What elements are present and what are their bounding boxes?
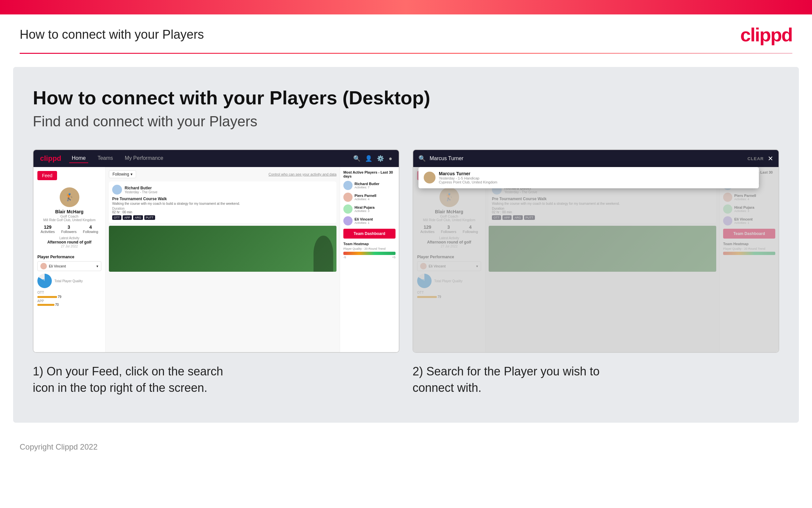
chevron-icon: ▾ [131, 172, 133, 176]
activity-card-title-1: Pre Tournament Course Walk [112, 197, 333, 201]
golfer-silhouette-1 [314, 236, 333, 272]
app-middle-1: Following ▾ Control who can see your act… [106, 167, 340, 352]
close-icon[interactable]: ✕ [768, 155, 773, 162]
quality-circle-1: 84 [37, 274, 52, 288]
player-item-avatar-2 [343, 193, 352, 202]
search-result-sub2: Cypress Point Club, United Kingdom [439, 180, 497, 184]
clear-button[interactable]: CLEAR [748, 156, 764, 161]
profile-role-1: Golf Coach [37, 214, 101, 218]
player-item-name-3: Hiral Pujara [354, 205, 375, 209]
player-select-1[interactable]: Eli Vincent ▾ [37, 261, 101, 271]
player-list-1: Richard Butler Activities: 7 Piers Parne… [343, 181, 395, 225]
player-item-acts-3: Activities: 3 [354, 209, 375, 213]
player-item-name-1: Richard Butler [354, 182, 379, 186]
avatar-icon[interactable]: ● [389, 155, 392, 162]
ott-bar-1: OTT 79 APP 70 [37, 291, 101, 306]
latest-activity-1: Latest Activity [37, 236, 101, 240]
following-button[interactable]: Following ▾ [109, 170, 136, 178]
player-item-avatar-1 [343, 181, 352, 190]
chevron-down-icon: ▾ [96, 264, 98, 268]
search-result-avatar-1 [424, 172, 435, 183]
user-icon[interactable]: 👤 [365, 155, 372, 162]
nav-teams[interactable]: Teams [95, 154, 115, 163]
footer: Copyright Clippd 2022 [0, 436, 812, 458]
panel-1: clippd Home Teams My Performance 🔍 👤 ⚙️ … [33, 149, 399, 396]
nav-home[interactable]: Home [69, 154, 89, 163]
app-body-1: Feed 🏌 Blair McHarg Golf Coach Mill Ride… [34, 167, 399, 352]
player-avatar-sm-1 [40, 263, 47, 269]
tag-ott: OTT [112, 215, 121, 220]
search-input[interactable]: Marcus Turner [430, 156, 744, 162]
team-heatmap-title-1: Team Heatmap [343, 242, 395, 246]
player-item-acts-1: Activities: 7 [354, 186, 379, 189]
app-nav-items-1: Home Teams My Performance [69, 154, 166, 163]
app-right-1: Most Active Players - Last 30 days Richa… [340, 167, 399, 352]
activity-card-desc-1: Walking the course with my coach to buil… [112, 202, 333, 205]
nav-my-performance[interactable]: My Performance [122, 154, 166, 163]
search-bar-overlay: 🔍 Marcus Turner CLEAR ✕ [413, 150, 778, 167]
activity-card-name-1: Richard Butler [125, 186, 157, 190]
tag-putt: PUTT [144, 215, 155, 220]
player-perf-header-1: Player Performance [37, 255, 101, 259]
player-item-acts-2: Activities: 4 [354, 198, 377, 201]
player-item-acts-4: Activities: 1 [354, 221, 373, 224]
tag-arg: ARG [133, 215, 143, 220]
tag-row-1: OTT APP ARG PUTT [112, 215, 333, 220]
search-icon[interactable]: 🔍 [353, 155, 361, 162]
page-title: How to connect with your Players [20, 28, 204, 42]
activity-card-sub-1: Yesterday - The Grove [125, 190, 157, 194]
main-heading: How to connect with your Players (Deskto… [33, 87, 779, 109]
profile-club-1: Mill Ride Golf Club, United Kingdom [37, 218, 101, 222]
search-icon-2[interactable]: 🔍 [419, 155, 426, 162]
main-content: How to connect with your Players (Deskto… [13, 67, 799, 423]
screenshot-1: clippd Home Teams My Performance 🔍 👤 ⚙️ … [33, 149, 399, 353]
activity-card-1: Richard Butler Yesterday - The Grove Pre… [109, 181, 336, 223]
copyright: Copyright Clippd 2022 [20, 442, 97, 451]
panels: clippd Home Teams My Performance 🔍 👤 ⚙️ … [33, 149, 779, 396]
stat-followers: 3 Followers [61, 224, 77, 234]
app-logo-1: clippd [40, 154, 61, 163]
profile-section-1: 🏌 Blair McHarg Golf Coach Mill Ride Golf… [37, 184, 101, 251]
activity-card-duration-1: Duration 02 hr : 00 min [112, 207, 333, 214]
activity-name-1: Afternoon round of golf [37, 240, 101, 245]
player-item-avatar-4 [343, 216, 352, 225]
player-item-4: Eli Vincent Activities: 1 [343, 216, 395, 225]
caption-2: 2) Search for the Player you wish to con… [413, 363, 779, 396]
header-divider [20, 53, 792, 54]
activity-date-1: 27 Jul 2022 [37, 245, 101, 248]
following-bar-1: Following ▾ Control who can see your act… [109, 170, 336, 178]
app-nav-right-1: 🔍 👤 ⚙️ ● [353, 155, 392, 162]
quality-label-1: Total Player Quality [54, 279, 83, 283]
app-image-1 [109, 226, 336, 272]
profile-name-1: Blair McHarg [37, 209, 101, 214]
player-item-name-4: Eli Vincent [354, 217, 373, 221]
stat-activities: 129 Activities [41, 224, 55, 234]
profile-stats-1: 129 Activities 3 Followers 4 [37, 224, 101, 234]
most-active-title-1: Most Active Players - Last 30 days [343, 170, 395, 178]
search-result-item-1[interactable]: Marcus Turner Yesterday - 1-5 Handicap C… [419, 167, 759, 188]
settings-icon[interactable]: ⚙️ [377, 155, 384, 162]
control-link-1[interactable]: Control who can see your activity and da… [269, 172, 336, 176]
player-item-avatar-3 [343, 205, 352, 214]
team-dashboard-btn-1[interactable]: Team Dashboard [343, 229, 395, 239]
search-results-dropdown: Marcus Turner Yesterday - 1-5 Handicap C… [419, 167, 759, 188]
app-nav-1: clippd Home Teams My Performance 🔍 👤 ⚙️ … [34, 150, 399, 167]
profile-avatar-1: 🏌 [60, 187, 79, 207]
caption-1: 1) On your Feed, click on the search ico… [33, 363, 399, 396]
app-mockup-2: clippd Home Teams My Performance Feed 🏌 [413, 150, 778, 352]
player-select-label: Eli Vincent [49, 264, 66, 268]
top-bar [0, 0, 812, 14]
header: How to connect with your Players clippd [0, 14, 812, 53]
activity-avatar-1 [112, 185, 122, 195]
stat-following: 4 Following [83, 224, 98, 234]
search-result-sub1: Yesterday - 1-5 Handicap [439, 176, 497, 180]
screenshot-2: clippd Home Teams My Performance Feed 🏌 [413, 149, 779, 353]
app-left-1: Feed 🏌 Blair McHarg Golf Coach Mill Ride… [34, 167, 106, 352]
logo: clippd [740, 24, 792, 46]
panel-2: clippd Home Teams My Performance Feed 🏌 [413, 149, 779, 396]
search-result-name-1: Marcus Turner [439, 171, 497, 176]
player-item-3: Hiral Pujara Activities: 3 [343, 205, 395, 214]
main-subheading: Find and connect with your Players [33, 113, 779, 130]
player-item-name-2: Piers Parnell [354, 194, 377, 198]
feed-tab[interactable]: Feed [37, 171, 57, 180]
